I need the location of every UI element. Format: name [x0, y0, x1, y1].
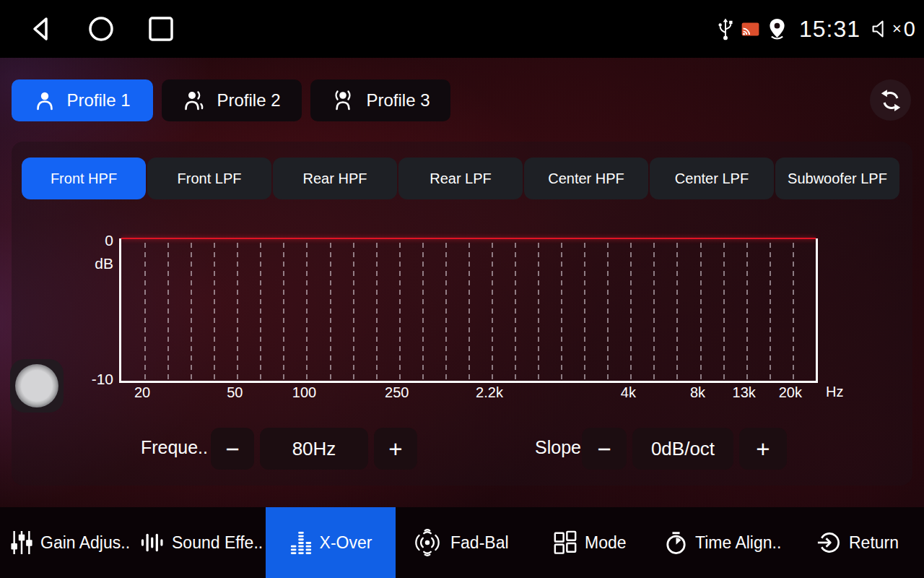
chart-gridline: [793, 243, 794, 381]
chart-gridline: [630, 243, 632, 381]
volume-knob[interactable]: [10, 359, 64, 413]
nav-item-gain-adjust[interactable]: Gain Adjus..: [10, 507, 130, 578]
nav-item-sound-effect[interactable]: Sound Effe..: [140, 507, 263, 578]
filter-tab-label: Center HPF: [548, 171, 624, 187]
frequency-label: Freque..: [98, 436, 208, 458]
filter-tab-subwoofer-lpf[interactable]: Subwoofer LPF: [775, 158, 899, 199]
nav-item-label: X-Over: [320, 533, 372, 553]
android-home-button[interactable]: [79, 0, 123, 58]
filter-tab-label: Front LPF: [178, 171, 242, 187]
chart-x-tick-label: 2.2k: [476, 384, 503, 401]
plus-icon: +: [388, 437, 402, 461]
chart-gridline: [237, 243, 238, 381]
volume-level: 0: [904, 19, 915, 40]
person-icon: [34, 90, 56, 111]
nav-item-label: Gain Adjus..: [40, 533, 130, 553]
slope-label: Slope: [481, 436, 581, 458]
chart-gridline: [676, 243, 678, 381]
profile-tab-2[interactable]: Profile 2: [162, 79, 302, 121]
filter-tab-label: Front HPF: [51, 171, 117, 187]
chart-gridline: [746, 243, 748, 381]
android-back-button[interactable]: [20, 0, 64, 58]
slope-value: 0dB/oct: [632, 428, 733, 470]
nav-item-return[interactable]: Return: [817, 507, 899, 578]
chart-gridline: [700, 243, 702, 381]
home-circle-icon: [87, 14, 116, 43]
knob-circle: [15, 364, 58, 407]
mode-icon: [553, 530, 578, 555]
chart-x-tick-label: 100: [292, 384, 316, 401]
mute-mark: ×: [892, 21, 902, 37]
chart-x-tick-label: 20: [134, 384, 150, 401]
gain-adjust-icon: [10, 530, 33, 555]
chart-gridline: [191, 243, 192, 381]
screen-cast-icon: [741, 22, 759, 36]
android-recents-button[interactable]: [139, 0, 183, 58]
filter-tab-center-lpf[interactable]: Center LPF: [650, 158, 774, 199]
nav-item-label: Time Align..: [695, 533, 781, 553]
nav-item-time-align[interactable]: Time Align..: [664, 507, 781, 578]
nav-item-xover[interactable]: X-Over: [266, 507, 396, 578]
minus-icon: −: [597, 437, 611, 461]
chart-gridline: [723, 243, 725, 381]
slope-plus-button[interactable]: +: [739, 428, 787, 470]
chart-gridline: [283, 243, 284, 381]
profile-tab-label: Profile 2: [217, 90, 280, 111]
plus-icon: +: [756, 437, 770, 461]
clock: 15:31: [799, 16, 860, 43]
chart-gridline: [376, 243, 378, 381]
filter-tab-front-lpf[interactable]: Front LPF: [147, 158, 271, 199]
profile-tab-1[interactable]: Profile 1: [12, 79, 153, 121]
filter-tab-rear-lpf[interactable]: Rear LPF: [398, 158, 523, 199]
frequency-plus-button[interactable]: +: [374, 428, 417, 470]
filter-tab-rear-hpf[interactable]: Rear HPF: [273, 158, 397, 199]
chart-x-labels: 20501002502.2k4k8k13k20k: [119, 384, 814, 403]
nav-item-label: Mode: [585, 533, 627, 553]
profile-tab-3[interactable]: Profile 3: [310, 79, 450, 121]
chart-plot: [119, 238, 818, 383]
chart-gridline: [653, 243, 655, 381]
recents-square-icon: [147, 14, 175, 43]
usb-icon: [718, 17, 733, 41]
filter-tab-front-hpf[interactable]: Front HPF: [22, 158, 146, 199]
chart-gridline: [607, 243, 609, 381]
chart-y-tick-neg10: -10: [73, 371, 113, 387]
nav-item-fad-bal[interactable]: Fad-Bal: [411, 507, 509, 578]
status-bar: 15:31 × 0: [0, 0, 924, 58]
filter-tab-center-hpf[interactable]: Center HPF: [524, 158, 648, 199]
chart-x-tick-label: 250: [385, 384, 409, 401]
reset-profile-button[interactable]: [870, 79, 911, 121]
chart-x-tick-label: 4k: [621, 384, 636, 401]
chart-gridline: [584, 243, 585, 381]
chart-gridline: [445, 243, 447, 381]
chart-gridline: [260, 243, 261, 381]
chart-gridline: [538, 243, 539, 381]
chart-gridline: [399, 243, 401, 381]
chart-gridline: [214, 243, 215, 381]
chart-gridline: [468, 243, 470, 381]
chart-y-unit: dB: [73, 256, 113, 272]
minus-icon: −: [225, 437, 239, 461]
filter-tab-label: Rear LPF: [430, 171, 492, 187]
sound-effect-icon: [140, 531, 165, 554]
person-waves-icon: [331, 90, 355, 111]
chart-gridline: [144, 243, 146, 381]
refresh-icon: [879, 88, 903, 113]
speaker-muted-icon: [871, 20, 890, 38]
chart-gridline: [306, 243, 308, 381]
chart-y-tick-0: 0: [73, 233, 113, 249]
fader-balance-icon: [411, 529, 443, 556]
volume-indicator[interactable]: × 0: [871, 19, 915, 40]
chart-x-tick-label: 50: [227, 384, 243, 401]
chart-gridline: [561, 243, 562, 381]
chart-x-tick-label: 20k: [779, 384, 802, 401]
status-icons-cluster: 15:31 × 0: [718, 0, 915, 58]
xover-panel: Front HPF Front LPF Rear HPF Rear LPF Ce…: [12, 142, 912, 486]
time-alignment-icon: [664, 531, 688, 555]
slope-minus-button[interactable]: −: [582, 428, 627, 470]
head-unit-screen: 15:31 × 0 Profile 1: [0, 0, 924, 578]
nav-item-mode[interactable]: Mode: [553, 507, 627, 578]
chart-gridline: [515, 243, 516, 381]
chart-x-unit: Hz: [826, 384, 843, 400]
frequency-minus-button[interactable]: −: [211, 428, 254, 470]
